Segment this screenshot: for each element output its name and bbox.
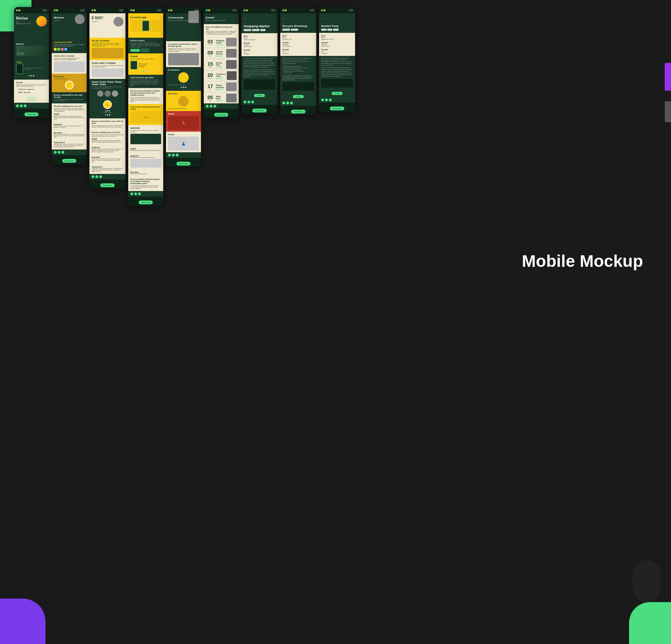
twitter-icon-4[interactable] <box>130 192 133 195</box>
back-arrow-9[interactable]: ← <box>321 17 324 20</box>
hamburger-9[interactable] <box>349 9 353 11</box>
scarica-app-btn-2[interactable]: Scarica l'app <box>62 159 77 163</box>
facebook-icon-9[interactable] <box>325 98 328 101</box>
phone-recycle-detail: ← Recycle Workshop Sostenibilità Artigia… <box>280 7 316 115</box>
restart-hero-title: Restart Party <box>321 24 353 28</box>
sostenibili-section: Essere sostenibili è uno stile di vita! … <box>52 92 87 103</box>
event-link-6[interactable]: Scopri di più <box>216 100 225 101</box>
event-link-5[interactable]: Scopri di più <box>216 88 225 90</box>
event-link-3[interactable]: Scopri di più <box>216 66 225 67</box>
hamburger-8[interactable] <box>310 9 314 11</box>
collab-section: Perché collaborano con noi? Da più di qu… <box>52 103 87 122</box>
tab-aziende[interactable]: Per aziende <box>130 49 140 52</box>
scarica-app-btn-8[interactable]: Scarica l'app <box>291 110 305 114</box>
team-photos <box>92 90 123 97</box>
tag-sost-r: Sostenibilità <box>282 29 290 31</box>
hamburger-3[interactable] <box>119 9 123 11</box>
dot-g-6 <box>206 9 208 11</box>
nuotatore-title: Il nuotatore <box>168 69 199 71</box>
swapping-gallery <box>244 79 275 90</box>
swapping-details: Dove MilanoVia Antonia Uligni, 7 Quando … <box>241 33 277 56</box>
facebook-icon-4[interactable] <box>134 192 137 195</box>
hamburger-1[interactable] <box>43 9 47 11</box>
nanushka2-section: Nanushka Marchio attento all'innovazione… <box>89 154 125 164</box>
facebook-icon-5[interactable] <box>172 154 175 156</box>
hamburger-2[interactable] <box>80 9 85 11</box>
community-sub: Re: L'se non è solo un'app, è un miscugl… <box>168 20 199 21</box>
scarica-app-btn-1[interactable]: Scarica l'app <box>24 112 39 116</box>
collab-title: Perché collaborano con noi? <box>54 105 85 107</box>
quando-value-r: 9 maggio16:30 - 18:30 <box>282 44 314 47</box>
bella-gente-text: Obiettivi di paola, a colticare, si reco… <box>168 48 199 52</box>
facebook-icon-3[interactable] <box>95 175 98 178</box>
phone-content-4: La nostra app ReUse ti piace L'applicazi… <box>128 13 163 206</box>
twitter-icon-9[interactable] <box>321 98 324 101</box>
iscriviti-btn-rs[interactable]: Iscriviti <box>332 92 342 95</box>
event-num-3: 15 <box>206 61 215 66</box>
scarica-app-btn-5[interactable]: Scarica l'app <box>176 162 191 166</box>
twitter-icon[interactable] <box>16 104 19 107</box>
back-nav-7: ← <box>241 13 277 22</box>
swapping-hero-title: Swapping Market <box>244 24 275 28</box>
instagram-icon-7[interactable] <box>251 101 254 103</box>
facebook-icon[interactable] <box>20 104 23 107</box>
hero-mission: Mission Chi siamo? <box>52 13 87 39</box>
recycle-body-text: Il Recycle workshop è un articolo che ad… <box>282 58 314 65</box>
biciclette-section: Biciclette Gruppo per gli appassionati d… <box>166 91 201 111</box>
goal-icon-2 <box>57 48 60 51</box>
instagram-icon-8[interactable] <box>290 102 293 104</box>
event-link-1[interactable]: Scopri di più <box>216 44 225 45</box>
event-swapping: 03 maggio Swapping market Scopri di più <box>204 37 239 48</box>
event-img-6 <box>226 94 237 102</box>
section-lapp: L'app Scarica l'app e unisciti alla nost… <box>14 59 49 80</box>
tanti-text: Non avete più necessità di tirati metodi… <box>130 79 161 86</box>
hamburger-4[interactable] <box>157 9 161 11</box>
hamburger-6[interactable] <box>232 9 237 11</box>
phone-content-9: ← Restart Party Sporty Trinités Restart … <box>319 13 355 112</box>
twitter-icon-7[interactable] <box>244 101 246 103</box>
instagram-icon-5[interactable] <box>176 154 179 156</box>
twitter-icon-2[interactable] <box>54 151 57 154</box>
hamburger-5[interactable] <box>195 9 199 11</box>
collab-text: Da più di quarant'anni il ReUse e l'etho… <box>54 108 85 112</box>
carousel-dots-5 <box>168 86 199 89</box>
back-arrow-8[interactable]: ← <box>282 17 285 20</box>
scarica-app-btn-7[interactable]: Scarica l'app <box>252 109 267 112</box>
scarica-app-btn-6[interactable]: Scarica l'app <box>214 113 229 117</box>
hamburger-7[interactable] <box>271 9 275 11</box>
scarica-app-btn-3[interactable]: Scarica l'app <box>100 183 115 187</box>
carousel-dots-4 <box>130 69 161 73</box>
scarica-app-btn-9[interactable]: Scarica l'app <box>330 107 344 110</box>
event-link-2[interactable]: Scopri di più <box>216 55 225 56</box>
twitter-icon-5[interactable] <box>168 154 171 156</box>
facebook-icon-8[interactable] <box>286 102 289 104</box>
twitter-icon-3[interactable] <box>92 175 94 178</box>
twitter-icon-6[interactable] <box>206 105 209 108</box>
iscriviti-btn-r[interactable]: Iscriviti <box>293 95 303 98</box>
instagram-icon-3[interactable] <box>99 175 102 178</box>
dot-y-6 <box>208 9 210 11</box>
phone-footer-5: Scarica l'app <box>166 158 201 167</box>
instagram-icon-2[interactable] <box>62 151 64 154</box>
hero-swapping: Swapping Market Sostenibilità Innovazion… <box>241 22 277 33</box>
tab-privati[interactable]: Per privati <box>140 49 150 52</box>
facebook-icon-6[interactable] <box>210 105 212 108</box>
instagram-icon[interactable] <box>24 104 27 107</box>
visualizza-btn[interactable]: visualizza <box>26 97 37 101</box>
scarica-app-btn-4[interactable]: Scarica l'app <box>139 200 153 204</box>
tanti-section: Tanti lo hanno già fatto! Non avete più … <box>128 75 163 88</box>
back-arrow-7[interactable]: ← <box>244 17 246 20</box>
iscriviti-btn[interactable]: Iscriviti <box>254 94 265 97</box>
business-text: Per condividere la nostra esperienza, da… <box>130 185 161 189</box>
instagram-icon-9[interactable] <box>329 98 332 101</box>
instagram-icon-6[interactable] <box>214 105 216 108</box>
instagram-icon-4[interactable] <box>138 192 141 195</box>
event-link-4[interactable]: Scopri di più <box>216 77 225 79</box>
twitter-icon-8[interactable] <box>282 102 285 104</box>
facebook-icon-2[interactable] <box>58 151 60 154</box>
collab2-text: Da più di quarant'anni il ReUse è l'etho… <box>92 134 123 137</box>
facebook-icon-7[interactable] <box>247 101 250 103</box>
cosa-text: Offrite e favorite ogni servizio applica… <box>206 31 237 35</box>
timberland-section: Timberland ® Il calzaturiero mondiale pe… <box>52 140 87 149</box>
quando-value: 3 maggio16:30 - 18:30 <box>244 44 275 47</box>
